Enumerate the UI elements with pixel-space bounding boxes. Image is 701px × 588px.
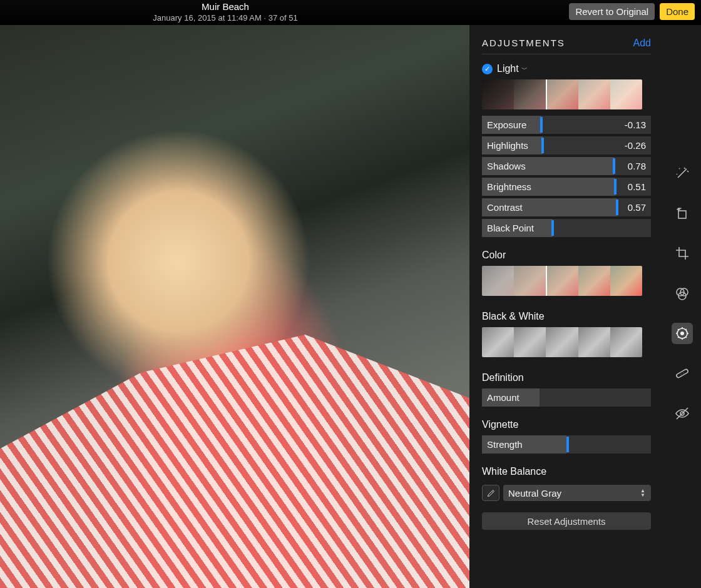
bw-label[interactable]: Black & White <box>482 311 651 322</box>
stepper-icon: ▲▼ <box>638 487 647 499</box>
slider-brightness[interactable]: Brightness0.51 <box>482 178 651 196</box>
slider-highlights[interactable]: Highlights-0.26 <box>482 136 651 155</box>
eyedropper-icon <box>486 489 496 498</box>
slider-value: 0.57 <box>628 202 646 213</box>
add-adjustment-button[interactable]: Add <box>633 38 651 49</box>
svg-rect-0 <box>678 211 686 218</box>
panel-heading: ADJUSTMENTS <box>482 38 565 48</box>
definition-slider[interactable]: Amount <box>482 388 651 407</box>
vignette-label[interactable]: Vignette <box>482 419 651 430</box>
wand-icon <box>675 166 690 181</box>
redeye-tool[interactable] <box>672 403 693 424</box>
slider-value: -0.26 <box>625 140 646 151</box>
slider-value: 0.78 <box>628 161 646 171</box>
color-label[interactable]: Color <box>482 250 651 261</box>
light-enabled-icon[interactable]: ✓ <box>482 64 493 74</box>
adjust-icon <box>675 326 690 341</box>
bw-thumbnails[interactable] <box>482 327 642 357</box>
vignette-param-label: Strength <box>487 439 523 450</box>
rotate-tool[interactable] <box>672 203 693 224</box>
photo-title: Muir Beach <box>100 1 350 12</box>
slider-black-point[interactable]: Black Point <box>482 219 651 237</box>
bandage-icon <box>675 366 690 381</box>
eyedropper-button[interactable] <box>482 485 499 501</box>
slider-label: Highlights <box>487 140 528 151</box>
svg-rect-6 <box>676 368 688 378</box>
filters-icon <box>675 286 690 301</box>
light-section-toggle[interactable]: Light ﹀ <box>497 63 528 74</box>
wb-label[interactable]: White Balance <box>482 466 651 477</box>
reset-adjustments-button[interactable]: Reset Adjustments <box>482 512 651 530</box>
done-button[interactable]: Done <box>660 3 695 20</box>
definition-label[interactable]: Definition <box>482 372 651 383</box>
filters-tool[interactable] <box>672 283 693 304</box>
slider-label: Black Point <box>487 223 534 233</box>
svg-point-8 <box>683 372 683 373</box>
vignette-slider[interactable]: Strength <box>482 435 651 454</box>
svg-point-5 <box>680 332 684 335</box>
slider-value: -0.13 <box>625 119 646 130</box>
photo-meta: January 16, 2015 at 11:49 AM · 37 of 51 <box>100 13 350 23</box>
adjustments-panel: ADJUSTMENTS Add ✓ Light ﹀ Exposure-0.13H… <box>469 25 663 588</box>
crop-icon <box>675 246 690 261</box>
slider-label: Contrast <box>487 202 523 213</box>
adjust-tool[interactable] <box>672 323 693 344</box>
definition-param-label: Amount <box>487 392 519 403</box>
slider-value: 0.51 <box>628 181 646 192</box>
crop-tool[interactable] <box>672 243 693 264</box>
photo-preview[interactable] <box>0 25 469 588</box>
retouch-tool[interactable] <box>672 363 693 384</box>
slider-exposure[interactable]: Exposure-0.13 <box>482 116 651 134</box>
rotate-icon <box>675 206 690 221</box>
tool-strip <box>663 25 701 588</box>
svg-point-7 <box>680 373 681 374</box>
slider-label: Shadows <box>487 161 526 171</box>
light-label: Light <box>497 63 519 74</box>
wb-select[interactable]: Neutral Gray ▲▼ <box>503 485 651 501</box>
title-block: Muir Beach January 16, 2015 at 11:49 AM … <box>100 0 350 23</box>
light-thumbnails[interactable] <box>482 79 642 109</box>
eye-off-icon <box>675 406 690 421</box>
top-bar: Muir Beach January 16, 2015 at 11:49 AM … <box>0 0 701 25</box>
slider-contrast[interactable]: Contrast0.57 <box>482 198 651 216</box>
slider-shadows[interactable]: Shadows0.78 <box>482 157 651 175</box>
color-thumbnails[interactable] <box>482 266 642 296</box>
slider-label: Exposure <box>487 119 526 130</box>
auto-enhance-tool[interactable] <box>672 163 693 184</box>
chevron-down-icon: ﹀ <box>521 65 528 74</box>
revert-button[interactable]: Revert to Original <box>569 3 655 20</box>
wb-select-value: Neutral Gray <box>508 488 561 499</box>
slider-label: Brightness <box>487 181 531 192</box>
